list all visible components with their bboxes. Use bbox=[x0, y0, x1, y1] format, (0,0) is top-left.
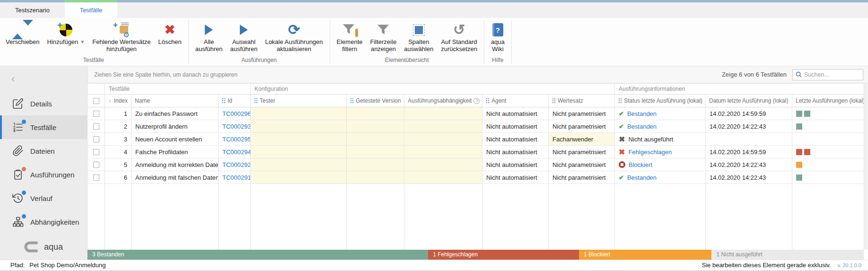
cell-tester[interactable] bbox=[251, 120, 347, 132]
table-row[interactable]: 5Anmeldung mit korrekten DatenTC000292Ni… bbox=[88, 158, 868, 171]
history-square-failed[interactable] bbox=[804, 149, 810, 155]
status-label[interactable]: Bestanden bbox=[627, 123, 657, 130]
row-checkbox[interactable] bbox=[88, 171, 105, 184]
row-checkbox[interactable] bbox=[88, 133, 105, 145]
filter-elements-button[interactable]: Elemente filtern bbox=[333, 20, 367, 52]
select-columns-button[interactable]: Spalten auswählen bbox=[400, 20, 437, 52]
column-header-id[interactable]: Id bbox=[219, 95, 251, 107]
cell-agent[interactable]: Nicht automatisiert bbox=[482, 158, 549, 171]
move-button[interactable]: Verschieben bbox=[2, 20, 44, 45]
refresh-local-executions-button[interactable]: ⟳ Lokale Ausführungen aktualisieren bbox=[261, 20, 326, 52]
cell-status[interactable]: ✖Nicht ausgeführt bbox=[615, 133, 706, 145]
testcase-id-link[interactable]: TC000296 bbox=[222, 110, 251, 117]
status-label[interactable]: Blockiert bbox=[629, 161, 652, 168]
show-filter-row-button[interactable]: Filterzeile anzeigen bbox=[366, 20, 400, 52]
status-label[interactable]: Bestanden bbox=[627, 174, 657, 181]
sidebar-item-ausfuehrungen[interactable]: Ausführungen bbox=[0, 163, 87, 186]
aqua-wiki-button[interactable]: ? aqua Wiki bbox=[487, 20, 509, 52]
delete-button[interactable]: ✖ Löschen bbox=[155, 20, 185, 45]
run-selection-button[interactable]: Auswahl ausführen bbox=[227, 20, 262, 52]
cell-getestete-version[interactable] bbox=[347, 146, 404, 158]
history-square-passed[interactable] bbox=[796, 175, 802, 181]
testcase-id-link[interactable]: TC000292 bbox=[222, 161, 251, 168]
reset-to-default-button[interactable]: ↺ Auf Standard zurücksetzen bbox=[437, 20, 481, 52]
sidebar-item-testfaelle[interactable]: Testfälle bbox=[0, 115, 87, 139]
row-checkbox[interactable] bbox=[88, 158, 105, 171]
column-header-agent[interactable]: Agent bbox=[482, 95, 549, 107]
cell-agent[interactable]: Nicht automatisiert bbox=[482, 120, 549, 132]
column-header-name[interactable]: Name bbox=[132, 95, 219, 107]
testcase-id-link[interactable]: TC000295 bbox=[222, 136, 251, 143]
cell-agent[interactable]: Nicht automatisiert bbox=[482, 171, 549, 184]
cell-id[interactable]: TC000295 bbox=[219, 133, 251, 145]
column-header-index[interactable]: ↑ Index bbox=[105, 95, 132, 107]
testcase-id-link[interactable]: TC000293 bbox=[222, 123, 251, 130]
cell-getestete-version[interactable] bbox=[347, 171, 404, 184]
column-header-status[interactable]: Status letzte Ausführung (lokal) bbox=[615, 95, 706, 107]
cell-wertesatz[interactable]: Nicht parametrisiert bbox=[549, 158, 615, 171]
checkbox[interactable] bbox=[93, 111, 99, 117]
cell-wertesatz[interactable]: Nicht parametrisiert bbox=[549, 120, 615, 132]
cell-getestete-version[interactable] bbox=[347, 133, 404, 145]
status-label[interactable]: Bestanden bbox=[627, 110, 657, 117]
run-all-button[interactable]: Alle ausführen bbox=[192, 20, 227, 52]
cell-wertesatz[interactable]: Fachanwender bbox=[549, 133, 615, 145]
checkbox[interactable] bbox=[93, 136, 99, 142]
cell-tester[interactable] bbox=[251, 107, 347, 120]
table-row[interactable]: 1Zu einfaches PasswortTC000296Nicht auto… bbox=[88, 107, 868, 120]
status-label[interactable]: Fehlgeschlagen bbox=[628, 149, 672, 156]
table-row[interactable]: 6Anmeldung mit falschen DatenTC000291Nic… bbox=[88, 171, 868, 184]
add-button[interactable]: + Hinzufügen ▼ bbox=[44, 20, 89, 45]
group-header-konfiguration[interactable]: Konfiguration bbox=[251, 84, 615, 94]
select-all-checkbox[interactable] bbox=[88, 95, 105, 107]
column-header-wertesatz[interactable]: Wertesatz bbox=[549, 95, 615, 107]
cell-tester[interactable] bbox=[251, 133, 347, 145]
testcase-id-link[interactable]: TC000294 bbox=[222, 149, 251, 156]
column-header-letzte-ausfuehrungen[interactable]: Letzte Ausführungen (lokal) bbox=[792, 95, 864, 107]
sidebar-item-details[interactable]: Details bbox=[0, 92, 87, 115]
add-missing-valuesets-button[interactable]: ⚙+ Fehlende Wertesätze hinzufügen bbox=[88, 20, 154, 52]
cell-agent[interactable]: Nicht automatisiert bbox=[482, 107, 549, 120]
cell-agent[interactable]: Nicht automatisiert bbox=[482, 146, 549, 158]
history-square-failed[interactable] bbox=[796, 149, 802, 155]
cell-ausfuehrungsabhaengigkeit[interactable] bbox=[404, 120, 482, 132]
checkbox[interactable] bbox=[93, 162, 99, 168]
cell-getestete-version[interactable] bbox=[347, 120, 404, 132]
cell-ausfuehrungsabhaengigkeit[interactable] bbox=[404, 171, 482, 184]
testcase-id-link[interactable]: TC000291 bbox=[222, 174, 251, 181]
column-header-getestete-version[interactable]: Getestete Version bbox=[347, 95, 404, 107]
table-row[interactable]: 3Neuen Account erstellenTC000295Nicht au… bbox=[88, 133, 868, 146]
cell-agent[interactable]: Nicht automatisiert bbox=[482, 133, 549, 145]
cell-wertesatz[interactable]: Nicht parametrisiert bbox=[549, 171, 615, 184]
cell-status[interactable]: ✔Bestanden bbox=[615, 171, 706, 184]
cell-wertesatz[interactable]: Nicht parametrisiert bbox=[549, 146, 615, 158]
sidebar-item-dateien[interactable]: Dateien bbox=[0, 139, 87, 163]
history-square-blocked[interactable] bbox=[796, 162, 802, 168]
help-icon[interactable]: ? bbox=[473, 98, 480, 104]
tab-testfaelle[interactable]: Testfälle bbox=[65, 2, 117, 18]
search-input[interactable] bbox=[804, 71, 860, 78]
group-header-testfaelle[interactable]: Testfälle bbox=[105, 84, 251, 94]
cell-wertesatz[interactable]: Nicht parametrisiert bbox=[549, 107, 615, 120]
cell-tester[interactable] bbox=[251, 158, 347, 171]
cell-id[interactable]: TC000292 bbox=[219, 158, 251, 171]
cell-ausfuehrungsabhaengigkeit[interactable] bbox=[404, 107, 482, 120]
cell-status[interactable]: ✔Bestanden bbox=[615, 120, 706, 132]
grouping-bar[interactable]: Ziehen Sie eine Spalte hierhin, um danac… bbox=[88, 66, 868, 83]
cell-status[interactable]: Blockiert bbox=[615, 158, 706, 171]
cell-getestete-version[interactable] bbox=[347, 158, 404, 171]
history-square-passed[interactable] bbox=[804, 111, 810, 117]
vertical-scrollbar[interactable] bbox=[864, 83, 868, 250]
checkbox[interactable] bbox=[93, 175, 99, 181]
history-square-passed[interactable] bbox=[796, 111, 802, 117]
sidebar-item-abhaengigkeiten[interactable]: Abhängigkeiten bbox=[0, 210, 87, 234]
cell-id[interactable]: TC000296 bbox=[219, 107, 251, 120]
cell-tester[interactable] bbox=[251, 171, 347, 184]
history-square-passed[interactable] bbox=[796, 123, 802, 130]
sidebar-collapse-button[interactable]: ‹ bbox=[0, 66, 87, 92]
checkbox[interactable] bbox=[93, 123, 99, 130]
cell-id[interactable]: TC000293 bbox=[219, 120, 251, 132]
cell-tester[interactable] bbox=[251, 146, 347, 158]
cell-id[interactable]: TC000291 bbox=[219, 171, 251, 184]
cell-id[interactable]: TC000294 bbox=[219, 146, 251, 158]
